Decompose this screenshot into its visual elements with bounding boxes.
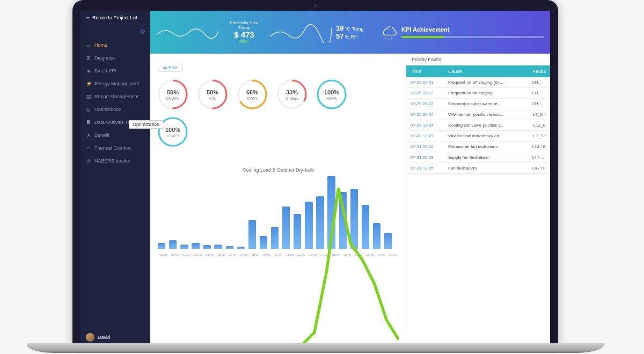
cost-value: $ 473 xyxy=(223,30,266,39)
info-icon[interactable]: ⓘ xyxy=(140,29,145,34)
x-tick: 02:00 xyxy=(181,253,192,256)
x-tick: 18:00 xyxy=(364,253,376,256)
fault-id: CHW C xyxy=(528,99,550,109)
back-arrow-icon: ⤺ xyxy=(86,15,90,20)
gauge-cwps: 66%CWPs xyxy=(237,79,267,109)
nav-icon: ◈ xyxy=(86,68,91,73)
plant-tab[interactable]: ng Plant xyxy=(158,63,183,72)
fault-cause: Evaporator outlet water te... xyxy=(444,99,528,109)
svg-point-12 xyxy=(318,80,346,108)
x-tick: 20:00 xyxy=(387,253,399,256)
gauge-chwps: 50%CHWPs xyxy=(158,79,188,109)
sidebar: ⤺ Return to Project List ⓘ ⌂Home⊞Diagnos… xyxy=(80,11,150,346)
priority-row[interactable]: 07-29 09:22Evaporator outlet water te...… xyxy=(406,99,550,109)
fault-id: L12_E xyxy=(528,120,550,130)
cost-label-2: Today xyxy=(223,25,266,30)
fault-time: 07-31 09:22 xyxy=(406,142,444,152)
fault-time: 07-29 05:54 xyxy=(406,109,444,120)
x-tick: 11:00 xyxy=(284,253,295,256)
fault-cause: Frequent on-off staging (ch... xyxy=(444,77,528,87)
x-tick: 10:00 xyxy=(273,253,284,256)
avatar xyxy=(86,333,94,342)
priority-row[interactable]: 07-31 13:05Fan fault alarmL4 / TF xyxy=(406,163,550,174)
priority-row[interactable]: 07-31 09:22Exhaust air fan fault alarmL1… xyxy=(406,142,550,152)
nav-icon: ≈ xyxy=(86,145,91,151)
tooltip-optimization: Optimization xyxy=(129,120,163,129)
priority-faults-title: Priority Faults xyxy=(406,54,550,65)
fault-cause: Frequent on-off staging xyxy=(444,88,528,98)
priority-row[interactable]: 07-29 12:54Cooling coil valve position r… xyxy=(406,120,550,131)
x-tick: 15:00 xyxy=(330,253,341,256)
fault-time: 07-29 07:31 xyxy=(406,77,444,87)
nav-icon: ⊞ xyxy=(86,55,91,61)
x-tick: 17:00 xyxy=(353,253,364,256)
fault-id: L4 / SA xyxy=(528,152,550,163)
cooling-load-chart: Cooling Load & Outdoor Dry-bulb 00:0001:… xyxy=(150,162,406,346)
x-tick: 19:00 xyxy=(376,253,387,256)
sidebar-item-nabers-tracker[interactable]: ◔NABERS tracker xyxy=(80,154,150,167)
sidebar-item-home[interactable]: ⌂Home xyxy=(80,39,150,51)
svg-point-0 xyxy=(385,38,386,39)
nav-label: Benefit xyxy=(94,132,109,138)
fault-id: L12 / E xyxy=(528,142,550,152)
return-to-project-list[interactable]: ⤺ Return to Project List xyxy=(80,11,150,25)
nav-icon: ⚡ xyxy=(86,81,91,86)
kpi-achievement-block: KPI Achievement xyxy=(401,26,544,38)
nav-label: Data Analysis Tool xyxy=(94,120,134,125)
user-name: David xyxy=(98,335,110,340)
priority-row[interactable]: 07-29 05:54VAV damper position abnor...L… xyxy=(406,109,550,120)
col-header-time: Time xyxy=(406,65,444,77)
fault-cause: Fan fault alarm xyxy=(444,163,528,173)
svg-point-1 xyxy=(388,39,389,40)
sidebar-item-optimization[interactable]: ◎Optimization xyxy=(80,103,150,116)
nav-label: Energy Management xyxy=(94,81,140,86)
priority-faults-panel: Priority Faults Time Cause Faults 07-29 … xyxy=(406,54,550,346)
priority-row[interactable]: 07-31 08:58Supply fan fault alarmL4 / SA xyxy=(406,152,550,163)
sidebar-item-diagnosis[interactable]: ⊞Diagnosis xyxy=(80,51,150,64)
x-tick: 01:00 xyxy=(169,253,180,256)
fault-id: L7_S / xyxy=(528,131,550,141)
priority-row[interactable]: 07-28 12:27VAV air flow abnormally os...… xyxy=(406,131,550,142)
main-content: Electricity Cost Today $ 473 -45% ↓ 19 °… xyxy=(150,11,550,346)
x-tick: 14:00 xyxy=(318,253,330,256)
nav-label: Report Management xyxy=(94,94,138,99)
sidebar-item-smart-kpi[interactable]: ◈Smart KPI xyxy=(80,64,150,77)
electricity-cost-block: Electricity Cost Today $ 473 -45% ↓ xyxy=(223,20,266,44)
col-header-faults: Faults xyxy=(528,65,550,77)
col-header-cause: Cause xyxy=(444,65,528,77)
laptop-base xyxy=(27,343,604,353)
gauge-cts: 50%CTs xyxy=(197,79,228,109)
gauge-chillers: 33%Chillers xyxy=(277,79,307,109)
x-tick: 04:00 xyxy=(204,253,215,256)
x-tick: 00:00 xyxy=(158,253,169,256)
sidebar-item-thermal-comfort[interactable]: ≈Thermal Comfort xyxy=(80,142,150,154)
x-tick: 06:00 xyxy=(226,253,238,256)
plant-card: ng Plant 50%CHWPs50%CTs66%CWPs33%Chiller… xyxy=(150,54,406,162)
fault-id: CHW F xyxy=(528,77,550,87)
priority-row[interactable]: 07-29 09:19Frequent on-off stagingCHW F xyxy=(406,88,550,99)
priority-row[interactable]: 07-29 07:31Frequent on-off staging (ch..… xyxy=(406,77,550,88)
x-tick: 09:00 xyxy=(261,253,272,256)
weather-block: 19 °C Temp 57 % RH xyxy=(336,24,374,40)
cost-delta: -45% ↓ xyxy=(223,39,266,44)
fault-cause: VAV damper position abnor... xyxy=(444,109,528,120)
sidebar-item-energy-management[interactable]: ⚡Energy Management xyxy=(80,77,150,90)
kpi-label: KPI Achievement xyxy=(401,26,544,33)
fault-cause: Cooling coil valve position r... xyxy=(444,120,528,130)
header-bar: Electricity Cost Today $ 473 -45% ↓ 19 °… xyxy=(150,11,550,54)
fault-time: 07-31 13:05 xyxy=(406,163,444,173)
gauge-hwps: 100%HWPs xyxy=(317,79,347,109)
nav-label: NABERS tracker xyxy=(94,158,130,164)
nav-icon: ⌂ xyxy=(86,42,91,48)
sidebar-item-benefit[interactable]: ★Benefit xyxy=(80,129,150,142)
sidebar-item-report-management[interactable]: ▤Report Management xyxy=(80,90,150,103)
x-tick: 12:00 xyxy=(296,253,307,256)
laptop-camera xyxy=(314,4,317,8)
x-tick: 05:00 xyxy=(215,253,226,256)
fault-cause: Supply fan fault alarm xyxy=(444,152,528,163)
priority-table-header: Time Cause Faults xyxy=(406,65,550,77)
nav-icon: ▤ xyxy=(86,94,91,99)
dry-bulb-line xyxy=(158,176,399,346)
return-label: Return to Project List xyxy=(92,15,137,20)
fault-cause: Exhaust air fan fault alarm xyxy=(444,142,528,152)
